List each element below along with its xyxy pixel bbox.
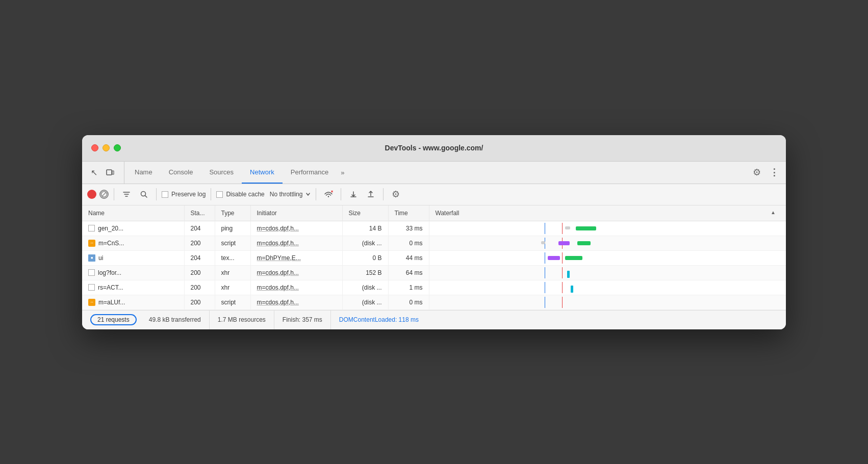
cell-status: 200 [184,280,215,295]
more-options-icon[interactable]: ⋮ [767,165,782,180]
col-type[interactable]: Type [215,205,250,221]
cell-time: 1 ms [388,280,429,295]
script-icon: ↔ [88,299,95,306]
record-button[interactable] [87,190,96,199]
cell-type: xhr [215,265,250,280]
cell-status: 200 [184,236,215,250]
table-row[interactable]: log?for... 200 xhr m=cdos,dpf,h... 152 B… [82,265,786,280]
divider-5 [341,188,341,200]
throttle-selector[interactable]: No throttling [270,191,311,198]
svg-line-5 [145,196,147,198]
divider-2 [156,188,157,200]
cell-initiator[interactable]: m=cdos,dpf,h... [250,265,342,280]
tabs-right-actions: ⚙ ⋮ [749,162,782,184]
cell-waterfall [429,221,786,236]
cell-time: 33 ms [388,221,429,236]
requests-count: 21 requests [90,314,137,325]
search-icon[interactable] [137,187,151,201]
cell-type: xhr [215,280,250,295]
wifi-icon [321,187,336,201]
tab-console[interactable]: Console [161,162,201,184]
filter-icon[interactable] [119,187,134,201]
divider-1 [114,188,114,200]
cell-initiator[interactable]: m=cdos,dpf,h... [250,295,342,310]
cell-initiator[interactable]: m=cdos,dpf,h... [250,221,342,236]
settings-icon[interactable]: ⚙ [749,165,764,180]
cell-size: 0 B [342,250,388,265]
import-har-icon[interactable] [346,187,361,201]
cell-size: (disk ... [342,236,388,250]
network-settings-icon[interactable]: ⚙ [389,187,403,201]
cell-status: 204 [184,250,215,265]
cell-waterfall [429,250,786,265]
inspect-icon[interactable]: ↖ [86,165,101,180]
table-row[interactable]: rs=ACT... 200 xhr m=cdos,dpf,h... (disk … [82,280,786,295]
col-time[interactable]: Time [388,205,429,221]
table-body: gen_20... 204 ping m=cdos,dpf,h... 14 B … [82,221,786,310]
tab-elements[interactable]: Name [126,162,161,184]
col-status[interactable]: Sta... [184,205,215,221]
disable-cache-checkbox-box [216,191,223,198]
tab-sources[interactable]: Sources [201,162,242,184]
clear-button[interactable] [99,190,109,199]
col-name[interactable]: Name [82,205,184,221]
svg-point-6 [328,196,329,197]
more-tabs-button[interactable]: » [337,162,348,184]
minimize-button[interactable] [103,144,110,151]
cell-waterfall [429,236,786,250]
cell-name: ↔ m=CnS... [82,236,184,250]
table-row[interactable]: ■ ui 204 tex... m=DhPYme,E... 0 B 44 ms [82,250,786,265]
svg-line-3 [102,192,106,196]
cell-type: script [215,236,250,250]
preserve-log-checkbox[interactable]: Preserve log [162,191,206,198]
table-row[interactable]: ↔ m=aLUf... 200 script m=cdos,dpf,h... (… [82,295,786,310]
cell-time: 64 ms [388,265,429,280]
row-checkbox[interactable] [88,284,95,291]
devtools-icons: ↖ [86,162,124,184]
cell-size: 152 B [342,265,388,280]
cell-status: 204 [184,221,215,236]
cell-time: 0 ms [388,295,429,310]
cell-name: ↔ m=aLUf... [82,295,184,310]
col-size[interactable]: Size [342,205,388,221]
cell-name: rs=ACT... [82,280,184,295]
cell-waterfall [429,280,786,295]
cell-name: ■ ui [82,250,184,265]
cell-type: tex... [215,250,250,265]
doc-icon: ■ [88,254,95,262]
network-toolbar: Preserve log Disable cache No throttling [82,184,786,205]
transferred-size: 49.8 kB transferred [141,311,210,329]
row-checkbox[interactable] [88,269,95,276]
device-toolbar-icon[interactable] [103,165,118,180]
cell-name: log?for... [82,265,184,280]
col-waterfall[interactable]: Waterfall ▲ [429,205,786,221]
maximize-button[interactable] [114,144,121,151]
preserve-log-checkbox-box [162,191,168,198]
disable-cache-checkbox[interactable]: Disable cache [216,191,264,198]
table-row[interactable]: gen_20... 204 ping m=cdos,dpf,h... 14 B … [82,221,786,236]
close-button[interactable] [91,144,98,151]
cell-waterfall [429,295,786,310]
cell-initiator[interactable]: m=DhPYme,E... [250,250,342,265]
cell-status: 200 [184,295,215,310]
window-title: DevTools - www.google.com/ [385,144,483,152]
cell-initiator[interactable]: m=cdos,dpf,h... [250,236,342,250]
script-icon: ↔ [88,240,95,247]
resources-size: 1.7 MB resources [210,311,274,329]
cell-initiator[interactable]: m=cdos,dpf,h... [250,280,342,295]
export-har-icon[interactable] [364,187,378,201]
col-initiator[interactable]: Initiator [250,205,342,221]
tab-network[interactable]: Network [242,162,283,184]
devtools-window: DevTools - www.google.com/ ↖ Name Consol… [82,135,786,329]
cell-size: (disk ... [342,295,388,310]
cell-name: gen_20... [82,221,184,236]
finish-time: Finish: 357 ms [274,311,331,329]
table-row[interactable]: ↔ m=CnS... 200 script m=cdos,dpf,h... (d… [82,236,786,250]
row-checkbox[interactable] [88,225,95,231]
divider-3 [211,188,211,200]
tab-performance[interactable]: Performance [283,162,337,184]
cell-size: (disk ... [342,280,388,295]
cell-type: script [215,295,250,310]
tabs-bar: ↖ Name Console Sources Network Performan… [82,162,786,184]
table-header-row: Name Sta... Type Initiator Size [82,205,786,221]
